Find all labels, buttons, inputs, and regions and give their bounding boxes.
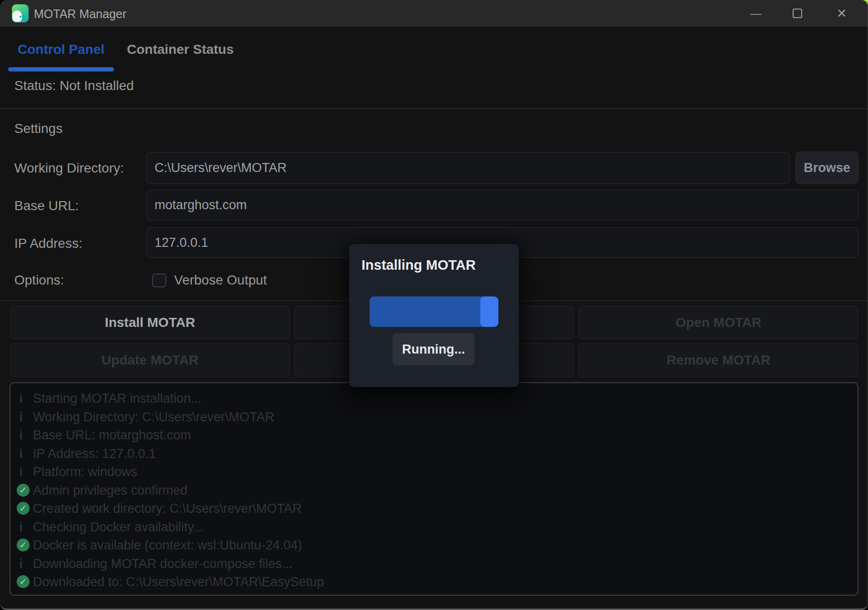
check-icon: ✓ (17, 575, 30, 588)
browse-button[interactable]: Browse (796, 152, 858, 184)
verbose-output-label: Verbose Output (174, 273, 267, 288)
log-line: i Checking Docker availability... (17, 518, 846, 537)
log-line: i Working Directory: C:\Users\rever\MOTA… (17, 408, 846, 427)
app-icon (12, 4, 29, 22)
tab-control-panel[interactable]: Control Panel (18, 42, 104, 57)
installing-motar-dialog: Installing MOTAR Running... (349, 244, 519, 387)
info-icon: i (17, 463, 31, 481)
options-label: Options: (14, 273, 64, 288)
progress-bar (370, 296, 498, 327)
info-icon: i (17, 426, 31, 445)
info-icon: i (17, 555, 31, 573)
divider (0, 108, 868, 109)
running-status-label: Running... (393, 333, 475, 366)
log-line: ✓ Docker is available (context: wsl:Ubun… (17, 536, 846, 555)
working-directory-label: Working Directory: (14, 161, 124, 176)
install-motar-button[interactable]: Install MOTAR (10, 305, 290, 339)
info-icon: i (17, 389, 31, 408)
log-line: i Setting up environment file... (17, 591, 846, 596)
motar-manager-window: MOTAR Manager — ✕ Control Panel Containe… (0, 0, 868, 610)
window-title: MOTAR Manager (34, 7, 126, 21)
remove-motar-button[interactable]: Remove MOTAR (579, 343, 858, 377)
info-icon: i (17, 518, 31, 537)
close-button[interactable]: ✕ (827, 0, 857, 27)
info-icon: i (17, 408, 31, 427)
log-line: i Base URL: motarghost.com (17, 426, 846, 445)
check-icon: ✓ (17, 502, 30, 515)
progress-bar-chunk (480, 296, 498, 327)
verbose-output-checkbox[interactable] (152, 274, 166, 287)
log-line: i Downloading MOTAR docker-compose files… (17, 555, 846, 573)
check-icon: ✓ (17, 484, 30, 497)
info-icon: i (17, 445, 31, 463)
base-url-input[interactable]: motarghost.com (146, 190, 858, 221)
working-directory-input[interactable]: C:\Users\rever\MOTAR (146, 152, 790, 184)
minimize-button[interactable]: — (741, 0, 771, 27)
tab-container-status[interactable]: Container Status (127, 42, 234, 57)
maximize-button[interactable] (783, 0, 812, 27)
minimize-icon: — (750, 7, 762, 20)
log-line: ✓ Downloaded to: C:\Users\rever\MOTAR\Ea… (17, 573, 846, 591)
log-line: i Starting MOTAR installation... (17, 389, 846, 408)
dialog-title: Installing MOTAR (362, 257, 476, 273)
settings-heading: Settings (14, 121, 62, 136)
info-icon: i (17, 591, 31, 596)
close-icon: ✕ (837, 6, 847, 21)
log-line: ✓ Created work directory: C:\Users\rever… (17, 499, 846, 518)
maximize-icon (793, 9, 802, 18)
log-line: ✓ Admin privileges confirmed (17, 481, 846, 500)
ip-address-label: IP Address: (14, 236, 83, 251)
status-text: Status: Not Installed (14, 78, 134, 93)
base-url-label: Base URL: (14, 198, 79, 214)
log-output[interactable]: i Starting MOTAR installation... i Worki… (10, 382, 858, 596)
open-motar-button[interactable]: Open MOTAR (579, 305, 858, 339)
update-motar-button[interactable]: Update MOTAR (10, 343, 290, 377)
log-line: i Platform: windows (17, 463, 846, 481)
check-icon: ✓ (17, 539, 30, 551)
log-line: i IP Address: 127.0.0.1 (17, 445, 846, 463)
active-tab-underline (8, 67, 114, 71)
titlebar[interactable]: MOTAR Manager — ✕ (0, 0, 868, 27)
